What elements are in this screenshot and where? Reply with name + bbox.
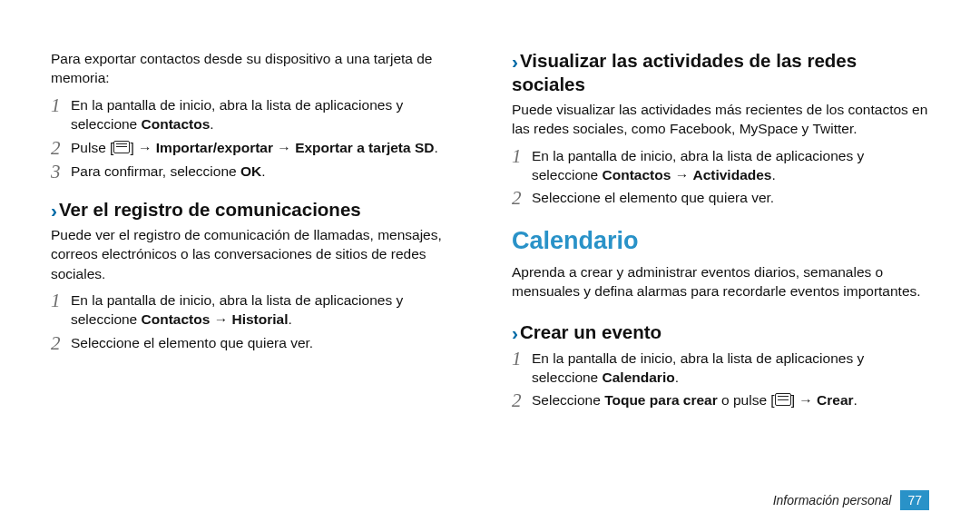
- step-number: 1: [51, 96, 71, 115]
- step-number: 2: [512, 189, 532, 208]
- chevron-right-icon: ›: [51, 200, 57, 221]
- page-number: 77: [900, 490, 929, 510]
- export-step-2: 2 Pulse [] → Importar/exportar → Exporta…: [51, 138, 468, 158]
- heading-sociales: ›Visualizar las actividades de las redes…: [512, 49, 929, 96]
- step-body: Seleccione el elemento que quiera ver.: [71, 333, 468, 352]
- step-body: Para confirmar, seleccione OK.: [71, 162, 468, 181]
- step-number: 2: [51, 139, 71, 158]
- sociales-step-1: 1 En la pantalla de inicio, abra la list…: [512, 146, 929, 185]
- footer-section-label: Información personal: [773, 493, 892, 507]
- step-number: 2: [512, 391, 532, 410]
- chevron-right-icon: ›: [512, 51, 518, 72]
- evento-step-1: 1 En la pantalla de inicio, abra la list…: [512, 349, 929, 388]
- right-column: ›Visualizar las actividades de las redes…: [512, 49, 929, 414]
- left-column: Para exportar contactos desde su disposi…: [51, 49, 468, 414]
- chevron-right-icon: ›: [512, 322, 518, 343]
- step-body: En la pantalla de inicio, abra la lista …: [532, 349, 929, 388]
- step-body: En la pantalla de inicio, abra la lista …: [71, 95, 468, 134]
- registro-intro: Puede ver el registro de comunicación de…: [51, 225, 468, 283]
- heading-calendario: Calendario: [512, 224, 929, 258]
- step-body: En la pantalla de inicio, abra la lista …: [71, 291, 468, 330]
- step-body: En la pantalla de inicio, abra la lista …: [532, 146, 929, 185]
- menu-icon: [775, 393, 791, 406]
- step-number: 1: [512, 350, 532, 369]
- registro-step-2: 2 Seleccione el elemento que quiera ver.: [51, 333, 468, 353]
- menu-icon: [113, 141, 130, 153]
- export-step-3: 3 Para confirmar, seleccione OK.: [51, 162, 468, 182]
- registro-step-1: 1 En la pantalla de inicio, abra la list…: [51, 291, 468, 330]
- sociales-intro: Puede visualizar las actividades más rec…: [512, 100, 929, 139]
- step-number: 1: [51, 291, 71, 310]
- heading-registro: ›Ver el registro de comunicaciones: [51, 198, 468, 222]
- step-number: 3: [51, 163, 71, 182]
- step-body: Pulse [] → Importar/exportar → Exportar …: [71, 138, 468, 157]
- heading-crear-evento: ›Crear un evento: [512, 320, 929, 344]
- export-step-1: 1 En la pantalla de inicio, abra la list…: [51, 95, 468, 134]
- step-body: Seleccione el elemento que quiera ver.: [532, 188, 929, 207]
- calendario-intro: Aprenda a crear y administrar eventos di…: [512, 262, 929, 301]
- page-footer: Información personal 77: [773, 490, 929, 510]
- step-number: 1: [512, 147, 532, 166]
- step-body: Seleccione Toque para crear o pulse [] →…: [532, 390, 929, 409]
- export-intro: Para exportar contactos desde su disposi…: [51, 49, 468, 88]
- sociales-step-2: 2 Seleccione el elemento que quiera ver.: [512, 188, 929, 208]
- step-number: 2: [51, 334, 71, 353]
- evento-step-2: 2 Seleccione Toque para crear o pulse []…: [512, 390, 929, 410]
